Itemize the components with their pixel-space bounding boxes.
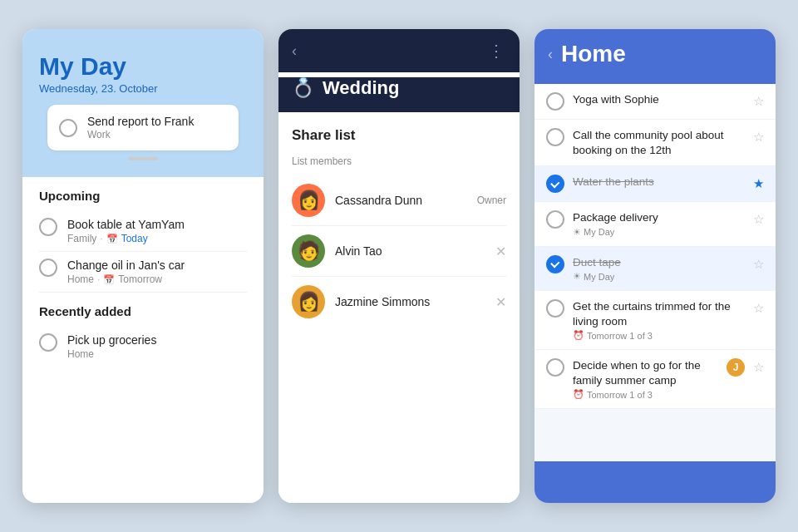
- reminder-icon: ⏰: [573, 330, 584, 341]
- task-row[interactable]: Pick up groceries Home: [39, 327, 247, 367]
- task-meta: ⏰ Tomorrow 1 of 3: [573, 330, 745, 341]
- task-row[interactable]: Change oil in Jan's car Home · 📅 Tomorro…: [39, 252, 247, 293]
- task-meta: Family · 📅 Today: [67, 233, 185, 244]
- wedding-header: ‹ ⋮: [278, 29, 520, 72]
- task-row[interactable]: Water the plants ★: [534, 166, 776, 202]
- wedding-title: Wedding: [323, 77, 399, 99]
- task-name: Book table at YamYam: [67, 218, 185, 231]
- task-info: Water the plants: [573, 175, 745, 190]
- remove-member-button[interactable]: ✕: [495, 294, 506, 310]
- task-info: Decide when to go for the family summer …: [573, 358, 718, 400]
- avatar: 👩: [292, 184, 325, 217]
- task-name: Change oil in Jan's car: [67, 259, 185, 272]
- member-name: Cassandra Dunn: [335, 194, 467, 207]
- star-icon[interactable]: ☆: [753, 301, 764, 316]
- star-icon[interactable]: ☆: [753, 94, 764, 109]
- task-category: Home: [67, 348, 94, 360]
- home-body: Yoga with Sophie ☆ Call the community po…: [534, 84, 776, 461]
- calendar-icon: 📅: [103, 274, 115, 285]
- assignee-avatar: J: [727, 358, 745, 377]
- task-due: Tomorrow 1 of 3: [587, 390, 653, 400]
- task-name: Yoga with Sophie: [573, 92, 745, 107]
- task-info: Send report to Frank Work: [87, 115, 194, 140]
- task-checkbox[interactable]: [39, 333, 57, 352]
- wedding-body: Share list List members 👩 Cassandra Dunn…: [278, 112, 520, 503]
- member-row[interactable]: 🧑 Alvin Tao ✕: [292, 226, 506, 277]
- myday-icon: ☀: [573, 271, 581, 282]
- avatar: 👩: [292, 285, 325, 318]
- task-info: Duct tape ☀ My Day: [573, 255, 745, 283]
- wedding-panel: ‹ ⋮ 💍 Wedding Share list List members 👩 …: [278, 29, 520, 503]
- task-meta: ☀ My Day: [573, 271, 745, 282]
- member-row[interactable]: 👩 Jazmine Simmons ✕: [292, 277, 506, 327]
- task-name: Package delivery: [573, 210, 745, 225]
- task-checkbox[interactable]: [546, 92, 564, 111]
- more-options-button[interactable]: ⋮: [488, 41, 506, 61]
- task-category: Family: [67, 233, 96, 244]
- task-info: Book table at YamYam Family · 📅 Today: [67, 218, 185, 244]
- task-info: Change oil in Jan's car Home · 📅 Tomorro…: [67, 259, 185, 285]
- home-footer: [534, 461, 776, 503]
- task-name: Get the curtains trimmed for the living …: [573, 299, 745, 328]
- task-checkbox[interactable]: [59, 119, 77, 137]
- task-row[interactable]: Duct tape ☀ My Day ☆: [534, 247, 776, 292]
- home-header: ‹ Home: [534, 29, 776, 84]
- list-members-label: List members: [292, 155, 506, 167]
- task-info: Pick up groceries Home: [67, 333, 156, 360]
- member-row[interactable]: 👩 Cassandra Dunn Owner: [292, 175, 506, 226]
- dot-separator: ·: [100, 233, 102, 244]
- task-name: Pick up groceries: [67, 333, 156, 347]
- wedding-emoji: 💍: [292, 77, 314, 99]
- task-sub: Work: [87, 129, 194, 140]
- task-row[interactable]: Book table at YamYam Family · 📅 Today: [39, 211, 247, 252]
- remove-member-button[interactable]: ✕: [495, 244, 506, 259]
- task-checkbox[interactable]: [546, 255, 564, 273]
- task-row[interactable]: Get the curtains trimmed for the living …: [534, 291, 776, 350]
- task-checkbox[interactable]: [39, 259, 57, 277]
- myday-body: Upcoming Book table at YamYam Family · 📅…: [22, 177, 264, 503]
- task-row[interactable]: Call the community pool about booking on…: [534, 120, 776, 166]
- task-meta: Home · 📅 Tomorrow: [67, 273, 185, 285]
- task-meta: ⏰ Tomorrow 1 of 3: [573, 389, 718, 400]
- task-row[interactable]: Package delivery ☀ My Day ☆: [534, 202, 776, 247]
- avatar: 🧑: [292, 234, 325, 268]
- task-due: Tomorrow 1 of 3: [587, 331, 653, 341]
- task-list: My Day: [584, 272, 614, 282]
- star-icon[interactable]: ★: [753, 176, 764, 191]
- member-role: Owner: [477, 195, 506, 206]
- home-title: Home: [561, 41, 762, 67]
- star-icon[interactable]: ☆: [753, 212, 764, 227]
- task-checkbox[interactable]: [39, 218, 57, 236]
- task-checkbox[interactable]: [546, 299, 564, 318]
- member-name: Jazmine Simmons: [335, 295, 485, 308]
- upcoming-title: Upcoming: [39, 189, 247, 203]
- task-info: Package delivery ☀ My Day: [573, 210, 745, 238]
- myday-title: My Day: [39, 52, 247, 81]
- back-button[interactable]: ‹: [292, 42, 297, 60]
- task-category: Home: [67, 273, 94, 285]
- member-name: Alvin Tao: [335, 244, 485, 258]
- task-checkbox[interactable]: [546, 128, 564, 146]
- myday-header: My Day Wednesday, 23. October Send repor…: [22, 29, 264, 177]
- star-icon[interactable]: ☆: [753, 360, 764, 375]
- back-button[interactable]: ‹: [548, 46, 553, 63]
- task-name: Duct tape: [573, 255, 745, 270]
- task-checkbox[interactable]: [546, 358, 564, 377]
- myday-icon: ☀: [573, 227, 581, 238]
- home-panel: ‹ Home Yoga with Sophie ☆ Call the commu…: [534, 29, 776, 503]
- myday-main-task[interactable]: Send report to Frank Work: [47, 105, 239, 150]
- task-checkbox[interactable]: [546, 210, 564, 229]
- star-icon[interactable]: ☆: [753, 257, 764, 272]
- task-checkbox[interactable]: [546, 175, 564, 193]
- star-icon[interactable]: ☆: [753, 130, 764, 145]
- myday-panel: My Day Wednesday, 23. October Send repor…: [22, 29, 264, 503]
- task-row[interactable]: Decide when to go for the family summer …: [534, 350, 776, 409]
- recent-title: Recently added: [39, 304, 247, 318]
- myday-date: Wednesday, 23. October: [39, 82, 247, 95]
- task-row[interactable]: Yoga with Sophie ☆: [534, 84, 776, 120]
- wedding-title-row: 💍 Wedding: [278, 77, 520, 112]
- task-meta: Home: [67, 348, 156, 360]
- share-title: Share list: [292, 127, 506, 144]
- task-list: My Day: [584, 227, 614, 237]
- task-info: Call the community pool about booking on…: [573, 128, 745, 157]
